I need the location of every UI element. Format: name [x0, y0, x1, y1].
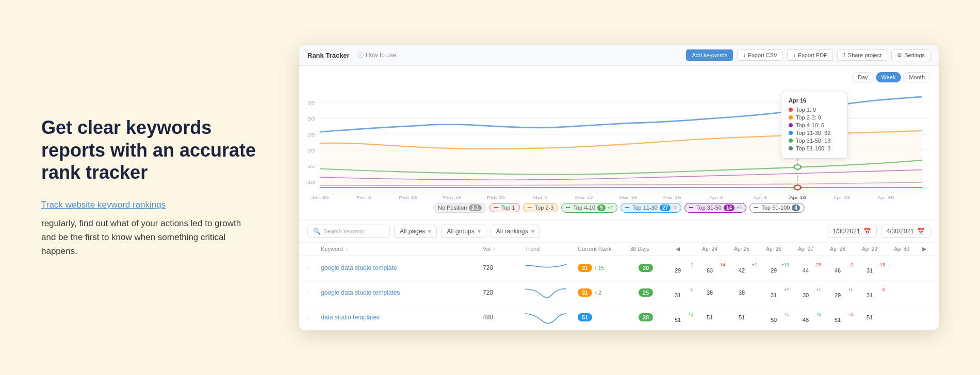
svg-text:Feb 26: Feb 26: [487, 195, 505, 199]
svg-text:30: 30: [307, 116, 315, 122]
apr29-1: -2 46: [822, 262, 853, 274]
apr24-2: -1 31: [662, 287, 693, 298]
page-wrapper: Get clear keywords reports with an accur…: [0, 25, 980, 351]
legend-top100[interactable]: Top 51-100 4: [749, 203, 805, 213]
body-text: regularly, find out what of your actions…: [41, 216, 258, 259]
top1-line-icon: [494, 207, 498, 208]
nav-back[interactable]: ◀: [662, 246, 693, 252]
svg-point-16: [794, 185, 801, 190]
pages-filter[interactable]: All pages ▾: [394, 225, 437, 238]
legend-top50[interactable]: Top 31-50 14 +1: [684, 203, 746, 213]
svg-text:Feb 6: Feb 6: [356, 195, 371, 199]
legend-top1[interactable]: Top 1: [489, 203, 520, 212]
tooltip-row-1: Top 1: 0: [789, 107, 840, 113]
svg-text:Mar 12: Mar 12: [575, 195, 593, 199]
keyword-2[interactable]: google data studio templates: [321, 289, 482, 296]
keyword-search[interactable]: 🔍 Search keyword: [307, 225, 390, 238]
toolbar-actions: Add keywords ↓ Export CSV ↓ Export PDF ⤴…: [686, 49, 930, 61]
date-range: 1/30/2021 📅 4/30/2021 📅: [827, 225, 930, 238]
apr30-2: -2 31: [854, 287, 885, 298]
apr29-col-header: Apr 29: [854, 246, 885, 252]
chart-area: Day Week Month 35 30 25: [299, 66, 939, 220]
keyword-1[interactable]: google data studio template: [321, 264, 482, 271]
tooltip-row-2: Top 2-3: 0: [789, 114, 840, 121]
date-to-input[interactable]: 4/30/2021 📅: [881, 225, 930, 238]
tooltip-dot-1: [789, 108, 793, 112]
date-from-input[interactable]: 1/30/2021 📅: [827, 225, 876, 238]
apr28-2: +1 30: [790, 287, 821, 298]
svg-text:25: 25: [307, 132, 315, 137]
keywords-table: Keyword ↕ Vol ↕ Trend Current Rank 30 Da…: [299, 243, 939, 330]
search-placeholder: Search keyword: [324, 228, 365, 234]
svg-text:Apr 9: Apr 9: [753, 195, 767, 199]
tooltip-dot-3: [789, 123, 793, 127]
apr27-1: +13 29: [758, 262, 789, 274]
top3-line-icon: [528, 207, 532, 208]
month-button[interactable]: Month: [903, 72, 930, 82]
30days-col-header: 30 Days: [630, 246, 661, 252]
top50-line-icon: [689, 207, 693, 208]
legend-no-position[interactable]: No Position 2-1: [433, 203, 486, 213]
week-button[interactable]: Week: [876, 72, 902, 82]
keyword-3[interactable]: data studio templates: [321, 314, 482, 321]
apr26-2: 38: [726, 289, 757, 296]
add-keywords-button[interactable]: Add keywords: [686, 49, 733, 61]
apr28-3: +2 48: [790, 312, 821, 323]
svg-text:10: 10: [307, 180, 315, 185]
apr26-3: 51: [726, 314, 757, 320]
apr30-3: 51: [854, 314, 885, 320]
chevron-down-icon: ▾: [478, 228, 481, 235]
rankings-filter[interactable]: All rankings ▾: [491, 225, 540, 238]
download-icon: ↓: [743, 52, 746, 58]
tooltip-dot-6: [789, 146, 793, 150]
svg-text:Apr 30: Apr 30: [877, 195, 894, 199]
legend-top30[interactable]: Top 11-30 27 -2: [620, 203, 681, 213]
chevron-down-icon: ▾: [531, 228, 534, 235]
current-rank-3: 51: [578, 313, 629, 321]
apr29-3: -3 51: [822, 312, 853, 323]
track-link[interactable]: Track website keyword rankings: [41, 200, 258, 210]
groups-filter[interactable]: All groups ▾: [441, 225, 486, 238]
legend-top3[interactable]: Top 2-3: [523, 203, 559, 212]
30day-2: 25: [630, 288, 661, 297]
legend-top10[interactable]: Top 4-10 9 +2: [561, 203, 617, 213]
share-project-button[interactable]: ⤴ Share project: [837, 49, 887, 61]
toolbar: Rank Tracker ⓘ How to use Add keywords ↓…: [299, 45, 939, 66]
date-from-value: 1/30/2021: [832, 228, 860, 235]
apr25-2: 38: [694, 289, 725, 296]
share-icon: ⤴: [843, 52, 846, 58]
keyword-col-header[interactable]: Keyword ↕: [321, 246, 482, 252]
table-row: › google data studio templates 720 31 ↑ …: [299, 281, 939, 305]
vol-1: 720: [483, 264, 524, 271]
help-link[interactable]: ⓘ How to use: [358, 52, 397, 59]
svg-text:Jan 30: Jan 30: [311, 195, 329, 199]
export-pdf-button[interactable]: ↓ Export PDF: [787, 49, 832, 61]
current-rank-1: 31 ↑ 15: [578, 264, 629, 272]
apr27-2: +7 31: [758, 287, 789, 298]
nav-forward[interactable]: ▶: [918, 246, 930, 252]
settings-button[interactable]: ⚙ Settings: [891, 49, 930, 61]
svg-text:Apr 16: Apr 16: [789, 195, 806, 199]
apr30-1: -15 31: [854, 262, 885, 274]
svg-text:20: 20: [307, 148, 315, 153]
svg-text:35: 35: [307, 100, 315, 106]
apr24-3: +3 51: [662, 312, 693, 323]
export-csv-button[interactable]: ↓ Export CSV: [737, 49, 783, 61]
filter-bar: 🔍 Search keyword All pages ▾ All groups …: [299, 220, 939, 243]
calendar-icon: 📅: [917, 228, 925, 235]
vol-col-header[interactable]: Vol ↕: [483, 246, 524, 252]
apr28-1: -25 44: [790, 262, 821, 274]
row-expand-1[interactable]: ›: [307, 265, 320, 271]
apr25-col-header: Apr 25: [726, 246, 757, 252]
svg-text:Mar 26: Mar 26: [663, 195, 681, 199]
apr26-1: +1 42: [726, 262, 757, 274]
row-expand-2[interactable]: ›: [307, 290, 320, 296]
calendar-icon: 📅: [863, 228, 871, 235]
tooltip-date: Apr 16: [789, 97, 840, 104]
day-button[interactable]: Day: [852, 72, 874, 82]
top30-line-icon: [625, 207, 629, 208]
apr27-3: +1 50: [758, 312, 789, 323]
current-rank-2: 31 ↑ 2: [578, 288, 629, 297]
row-expand-3[interactable]: ›: [307, 315, 320, 320]
table-header: Keyword ↕ Vol ↕ Trend Current Rank 30 Da…: [299, 243, 939, 256]
